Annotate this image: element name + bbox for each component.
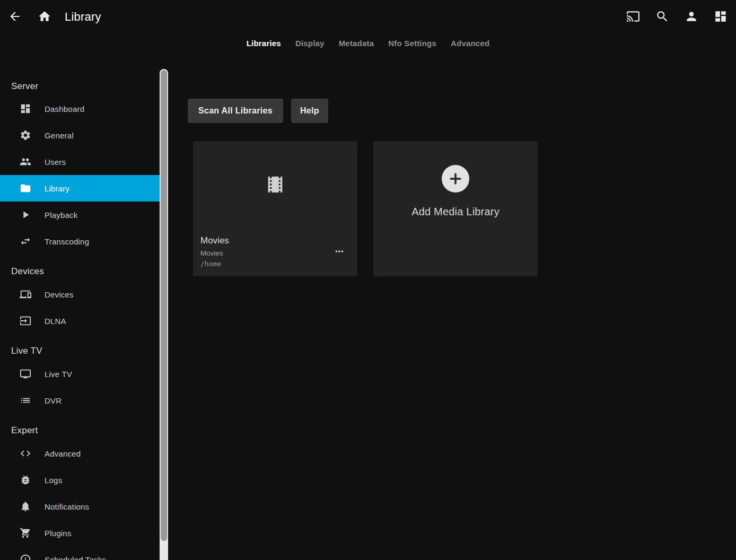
sidebar-item-live-tv[interactable]: Live TV (0, 361, 161, 387)
library-card-movies[interactable]: Movies Movies /home (193, 141, 357, 276)
users-icon (20, 156, 31, 168)
tab-metadata[interactable]: Metadata (339, 39, 374, 48)
sidebar-item-playback[interactable]: Playback (0, 202, 161, 228)
dashboard-grid-icon (714, 10, 728, 25)
sidebar-item-label: Devices (45, 290, 74, 299)
sidebar-item-advanced[interactable]: Advanced (0, 440, 161, 467)
card-subtitle: Movies (200, 248, 350, 259)
main-content: Scan All Libraries Help Movies Movies /h… (170, 69, 736, 560)
sidebar-item-general[interactable]: General (0, 122, 161, 148)
cart-icon (20, 527, 31, 539)
sidebar-heading-live-tv: Live TV (0, 342, 161, 361)
film-icon (265, 174, 286, 197)
add-media-library-card[interactable]: Add Media Library (373, 141, 538, 276)
help-button[interactable]: Help (291, 99, 328, 123)
sidebar-item-label: Scheduled Tasks (45, 555, 106, 560)
sidebar-item-label: General (45, 131, 74, 140)
gear-icon (20, 129, 31, 141)
bell-icon (20, 501, 31, 512)
sidebar-item-label: DVR (45, 396, 62, 405)
back-icon (8, 10, 22, 25)
sidebar-item-plugins[interactable]: Plugins (0, 520, 161, 546)
sidebar-item-notifications[interactable]: Notifications (0, 493, 161, 520)
sidebar-item-label: Library (45, 184, 69, 193)
sidebar-item-logs[interactable]: Logs (0, 467, 161, 493)
sidebar-scrollbar[interactable] (160, 69, 168, 560)
user-button[interactable] (680, 5, 703, 29)
scrollbar-thumb[interactable] (161, 70, 167, 541)
jellyfin-admin-page: Library Libraries Display Metadata Nfo S… (0, 0, 736, 560)
scan-all-libraries-button[interactable]: Scan All Libraries (188, 99, 283, 123)
tab-display[interactable]: Display (295, 39, 325, 48)
user-icon (685, 10, 698, 25)
settings-tabs: Libraries Display Metadata Nfo Settings … (0, 34, 736, 52)
swap-arrows-icon (20, 235, 31, 247)
card-title: Movies (200, 234, 350, 247)
page-body: Server Dashboard General Users Library P… (0, 69, 736, 560)
code-icon (20, 448, 31, 459)
sidebar-item-library[interactable]: Library (0, 175, 161, 202)
sidebar-item-devices[interactable]: Devices (0, 281, 161, 308)
sidebar-item-label: Logs (45, 476, 62, 485)
sidebar-heading-devices: Devices (0, 262, 161, 281)
clock-icon (20, 554, 31, 560)
search-button[interactable] (651, 5, 674, 29)
card-path: /home (200, 259, 350, 269)
sidebar-item-scheduled-tasks[interactable]: Scheduled Tasks (0, 546, 161, 560)
sidebar-item-label: Transcoding (45, 237, 89, 246)
dashboard-icon (20, 103, 31, 115)
sidebar: Server Dashboard General Users Library P… (0, 69, 161, 560)
home-icon (38, 10, 51, 25)
sidebar-item-dlna[interactable]: DLNA (0, 308, 161, 334)
home-button[interactable] (33, 5, 56, 29)
sidebar-heading-server: Server (0, 77, 161, 95)
tab-nfo-settings[interactable]: Nfo Settings (388, 39, 436, 48)
tab-libraries[interactable]: Libraries (247, 39, 281, 48)
cast-button[interactable] (621, 5, 645, 29)
toolbar: Scan All Libraries Help (188, 99, 736, 123)
header-right (621, 5, 732, 29)
sidebar-item-label: Advanced (45, 449, 81, 458)
bug-icon (20, 474, 31, 486)
input-icon (20, 315, 31, 327)
sidebar-item-label: DLNA (45, 317, 66, 326)
sidebar-item-users[interactable]: Users (0, 148, 161, 175)
add-media-library-label: Add Media Library (411, 206, 500, 218)
search-icon (655, 10, 669, 25)
sidebar-item-transcoding[interactable]: Transcoding (0, 228, 161, 255)
sidebar-item-dvr[interactable]: DVR (0, 387, 161, 414)
header-left: Library (3, 5, 101, 29)
sidebar-item-label: Playback (45, 211, 77, 220)
sidebar-item-label: Dashboard (45, 104, 84, 113)
folder-icon (20, 182, 31, 194)
sidebar-heading-expert: Expert (0, 421, 161, 440)
more-dots-icon (334, 246, 345, 259)
tab-advanced[interactable]: Advanced (451, 39, 489, 48)
card-image-area (193, 141, 357, 230)
more-button[interactable] (331, 243, 348, 260)
sidebar-item-label: Users (45, 158, 66, 167)
back-button[interactable] (3, 5, 27, 29)
tv-icon (20, 368, 31, 380)
sidebar-item-label: Notifications (45, 502, 89, 511)
sidebar-item-dashboard[interactable]: Dashboard (0, 95, 161, 122)
plus-icon (442, 165, 469, 192)
page-title: Library (65, 10, 101, 24)
app-header: Library (0, 0, 736, 34)
library-cards: Movies Movies /home Add Media Library (193, 141, 736, 276)
sidebar-item-label: Live TV (45, 370, 72, 379)
dashboard-button[interactable] (709, 5, 732, 29)
list-icon (20, 395, 31, 406)
devices-icon (20, 288, 31, 300)
cast-icon (626, 10, 640, 25)
play-icon (20, 209, 31, 221)
sidebar-item-label: Plugins (45, 529, 72, 538)
